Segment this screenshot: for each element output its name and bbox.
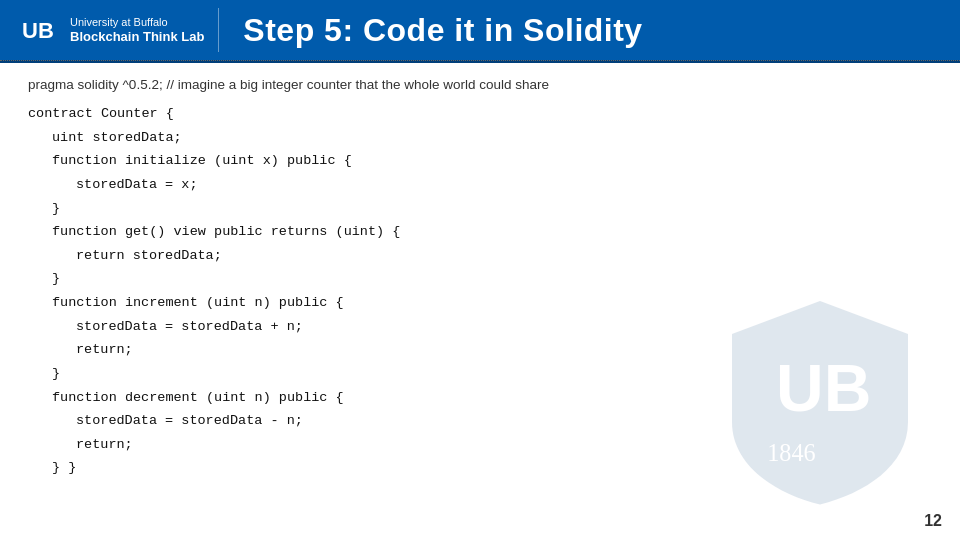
pragma-line: pragma solidity ^0.5.2; // imagine a big… (28, 77, 932, 92)
university-name: University at Buffalo (70, 16, 204, 29)
slide-title: Step 5: Code it in Solidity (243, 12, 642, 49)
code-line: return storedData; (28, 244, 932, 268)
ub-logo-icon: UB (18, 8, 62, 52)
code-line: storedData = x; (28, 173, 932, 197)
logo-block: UB University at Buffalo Blockchain Thin… (18, 8, 219, 52)
svg-text:UB: UB (776, 351, 871, 425)
main-content: pragma solidity ^0.5.2; // imagine a big… (0, 63, 960, 540)
lab-name: Blockchain Think Lab (70, 29, 204, 45)
page-number: 12 (924, 512, 942, 530)
svg-text:1846: 1846 (767, 439, 815, 466)
code-line: contract Counter { (28, 102, 932, 126)
svg-text:UB: UB (22, 18, 54, 43)
code-line: function get() view public returns (uint… (28, 220, 932, 244)
logo-text: University at Buffalo Blockchain Think L… (70, 16, 204, 45)
code-line: uint storedData; (28, 126, 932, 150)
code-line: } (28, 197, 932, 221)
code-line: function initialize (uint x) public { (28, 149, 932, 173)
watermark: UB 1846 (710, 290, 930, 510)
header: UB University at Buffalo Blockchain Thin… (0, 0, 960, 60)
code-line: } (28, 267, 932, 291)
